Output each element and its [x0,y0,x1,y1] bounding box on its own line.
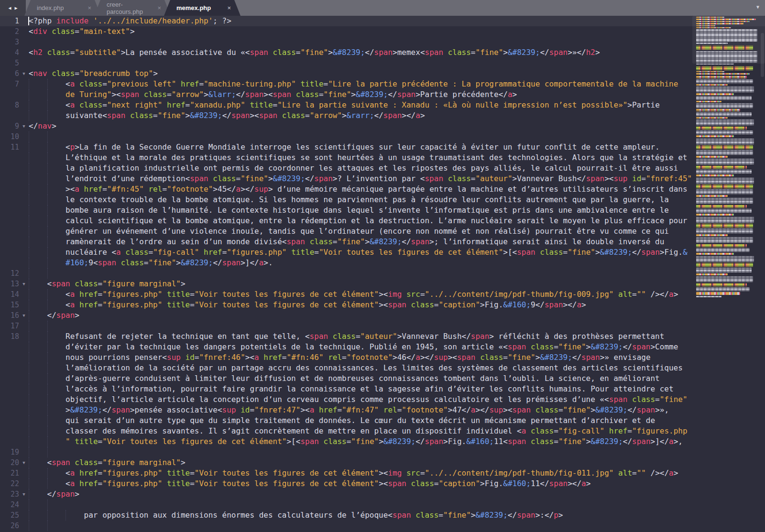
code-line[interactable]: 10 [0,131,765,142]
code-line[interactable]: 15 <a href="figures.php" title="Voir tou… [0,300,765,310]
tab-memex.php[interactable]: memex.php× [164,0,240,16]
indent-guide-icon [47,510,48,521]
code-line[interactable]: 8 <a class="next right" href="xanadu.php… [0,100,765,110]
indent-guide-icon [47,300,48,310]
code-line[interactable]: 3 [0,37,765,47]
code-line[interactable]: suivante<span class="fine">&#8239;</span… [0,110,765,121]
line-number: 10 [0,131,19,142]
code-line[interactable]: L’éthique et la morale des pratiques sci… [0,152,765,163]
code-line[interactable]: 18 Refusant de rejeter la technique en t… [0,331,765,342]
line-number: 17 [0,321,19,331]
code-line[interactable]: 14 <a href="figures.php" title="Voir tou… [0,289,765,300]
code-line[interactable]: 4<h2 class="subtitle">La pensée associat… [0,47,765,58]
fold-arrow-icon[interactable]: ▼ [19,68,29,79]
code-line[interactable]: qui serait d’un autre type que du simple… [0,415,765,426]
tab-creer-parcours.php[interactable]: creer-parcours.php× [94,0,171,16]
code-line[interactable]: la planification industrielle ont permis… [0,163,765,174]
code-line[interactable]: ramènerait de l’ordre au sein d’un monde… [0,237,765,247]
code-line[interactable]: 23▼ </span> [0,489,765,499]
code-line[interactable]: 13▼ <span class="figure marginal"> [0,279,765,289]
code-line[interactable]: 26 [0,521,765,531]
code-text: l’amélioration de la société par un part… [29,363,683,373]
text-cursor-icon [28,17,29,25]
indent-guide-icon [29,436,29,447]
code-line[interactable]: 2<div class="main-text"> [0,26,765,37]
code-text: ><a href="#fn:45" rel="footnote">45</a><… [29,184,688,195]
fold-arrow-icon[interactable]: ▼ [19,457,29,468]
line-number: 22 [0,478,19,489]
line-number [0,426,19,436]
fold-arrow-icon[interactable]: ▼ [19,121,29,131]
indent-guide-icon [29,258,29,268]
code-line[interactable]: 6▼<nav class="breadcrumb top"> [0,68,765,79]
minimap-line [696,165,747,169]
code-line[interactable]: objectif, l’article articule la concepti… [0,394,765,405]
fold-arrow-icon[interactable]: ▼ [19,279,29,289]
line-number [0,405,19,415]
code-line[interactable]: l’endroit d’une rédemption<span class="f… [0,174,765,184]
tab-index.php[interactable]: index.php× [24,0,101,16]
minimap-line [696,103,753,108]
indent-guide-icon [47,216,48,226]
minimap-line [696,296,721,297]
fold-arrow-icon[interactable]: ▼ [19,489,29,499]
code-line[interactable]: d’après-guerre conduisent à limiter leur… [0,373,765,384]
code-line[interactable]: 17 [0,321,765,331]
code-line[interactable]: 24 [0,499,765,510]
code-line[interactable]: 9▼</nav> [0,121,765,131]
scrollbar-thumb[interactable] [761,33,764,77]
line-number: 14 [0,289,19,300]
code-text: bombe aura raison de l’humanité. Le cont… [29,205,669,216]
minimap-line [696,150,753,155]
code-line[interactable]: l’accès à l’information, pourrait faire … [0,384,765,394]
minimap-line [696,145,753,149]
code-line[interactable]: 11 <p>La fin de la Seconde Guerre Mondia… [0,142,765,152]
code-line[interactable]: ><a href="#fn:45" rel="footnote">45</a><… [0,184,765,195]
code-line[interactable]: 19 [0,447,765,457]
code-line[interactable]: classer des mémoires savantes. Il s’agit… [0,426,765,436]
indent-guide-icon [29,100,29,110]
code-line[interactable]: 12 [0,268,765,279]
code-line[interactable]: bombe aura raison de l’humanité. Le cont… [0,205,765,216]
indent-guide-icon [47,89,48,100]
line-number [0,89,19,100]
code-line[interactable]: " title="Voir toutes les figures de cet … [0,436,765,447]
fold-gutter [19,205,29,216]
history-back-icon[interactable]: ◀ [8,5,11,11]
code-line[interactable]: le contexte trouble de la bombe atomique… [0,195,765,205]
minimap-line [696,214,734,216]
code-line[interactable]: 21 <a href="figures.php" title="Voir tou… [0,468,765,478]
code-line[interactable]: #160;9<span class="fine">&#8239;</span>]… [0,258,765,268]
code-line[interactable]: 22 <a href="figures.php" title="Voir tou… [0,478,765,489]
tab-close-icon[interactable]: × [157,4,161,11]
code-line[interactable]: calcul scientifique et la bombe atomique… [0,216,765,226]
code-line[interactable]: d’éviter par la technique les dangers po… [0,342,765,352]
code-line[interactable]: nous pourrions penser<sup id="fnref:46">… [0,352,765,363]
line-number: 13 [0,279,19,289]
tab-close-icon[interactable]: × [227,4,231,11]
code-line[interactable]: de Turing"><span class="arrow">&larr;</s… [0,89,765,100]
code-line[interactable]: 25 par opposition aux dimensions énormes… [0,510,765,521]
tab-overflow-icon[interactable]: ▼ [756,4,759,10]
line-number [0,415,19,426]
code-line[interactable]: 5 [0,58,765,68]
tab-close-icon[interactable]: × [87,4,91,11]
line-number [0,258,19,268]
code-line[interactable]: 20▼ <span class="figure marginal"> [0,457,765,468]
code-line[interactable]: >&#8239;</span>pensée associative<sup id… [0,405,765,415]
code-line[interactable]: 16▼ </span> [0,310,765,321]
code-line[interactable]: l’amélioration de la société par un part… [0,363,765,373]
fold-arrow-icon[interactable]: ▼ [19,310,29,321]
indent-guide-icon [29,184,29,195]
code-line[interactable]: 1<?php include '../../include/header.php… [0,16,765,26]
minimap[interactable] [692,16,765,532]
code-line[interactable]: 7 <a class="previous left" href="machine… [0,79,765,89]
history-forward-icon[interactable]: ▶ [15,5,18,11]
code-line[interactable]: nucléaire <a class="fig-call" href="figu… [0,247,765,258]
code-line[interactable]: générer un événement d’une violence inou… [0,226,765,237]
code-text: <p>La fin de la Seconde Guerre Mondiale … [29,142,660,152]
code-editor[interactable]: 1<?php include '../../include/header.php… [0,16,765,532]
line-number [0,174,19,184]
line-number: 24 [0,499,19,510]
minimap-line [696,43,728,44]
